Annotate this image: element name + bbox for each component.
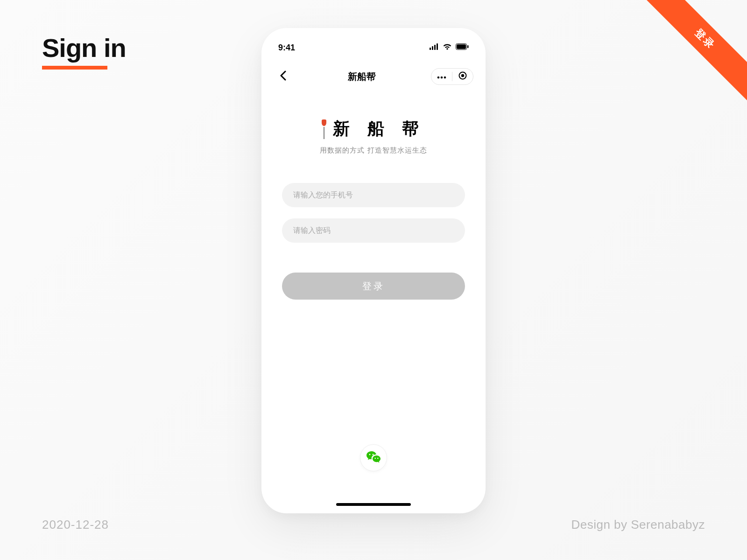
svg-point-11 <box>461 74 464 77</box>
brand-subtitle: 用数据的方式 打造智慧水运生态 <box>261 146 486 155</box>
svg-point-9 <box>444 77 446 79</box>
svg-point-14 <box>375 458 376 459</box>
brand-block: 新 船 帮 用数据的方式 打造智慧水运生态 <box>261 118 486 155</box>
phone-mockup: 9:41 新船帮 <box>261 28 486 513</box>
chevron-left-icon <box>280 70 286 83</box>
svg-point-7 <box>437 77 440 79</box>
target-icon <box>458 71 467 82</box>
svg-rect-3 <box>437 43 438 50</box>
brand-title: 新 船 帮 <box>333 118 425 140</box>
phone-input[interactable] <box>282 183 465 207</box>
nav-bar: 新船帮 <box>261 63 486 90</box>
login-form: 登录 <box>261 183 486 300</box>
svg-rect-2 <box>434 45 436 50</box>
password-input[interactable] <box>282 218 465 243</box>
back-button[interactable] <box>274 67 292 86</box>
capsule-close-button[interactable] <box>452 69 473 84</box>
wifi-icon <box>443 43 452 52</box>
footer-date: 2020-12-28 <box>42 518 109 532</box>
battery-icon <box>456 43 469 52</box>
svg-point-8 <box>441 77 443 79</box>
capsule-more-button[interactable] <box>431 69 452 84</box>
status-time: 9:41 <box>278 43 295 53</box>
home-indicator <box>336 503 411 506</box>
status-bar: 9:41 <box>261 35 486 61</box>
wechat-icon <box>366 450 381 465</box>
miniprogram-capsule <box>431 68 473 85</box>
svg-point-15 <box>377 458 378 459</box>
page-title: Sign in <box>42 33 126 63</box>
login-button[interactable]: 登录 <box>282 273 465 300</box>
brand-logo-icon <box>322 119 326 139</box>
svg-point-12 <box>369 454 371 455</box>
more-icon <box>437 72 446 81</box>
status-indicators <box>430 43 469 52</box>
footer-credit: Design by Serenababyz <box>571 518 705 532</box>
social-login-row <box>261 444 486 471</box>
wechat-login-button[interactable] <box>360 444 387 471</box>
ribbon-label: 登录 <box>636 0 747 108</box>
cellular-icon <box>430 43 439 52</box>
nav-title: 新船帮 <box>348 70 376 83</box>
heading-underline <box>42 66 107 70</box>
corner-ribbon: 登录 <box>626 0 747 121</box>
page-heading: Sign in <box>42 33 126 70</box>
svg-point-13 <box>373 454 374 455</box>
svg-rect-1 <box>432 46 433 50</box>
svg-rect-0 <box>430 48 431 50</box>
svg-rect-5 <box>457 44 466 49</box>
svg-rect-6 <box>467 45 469 48</box>
